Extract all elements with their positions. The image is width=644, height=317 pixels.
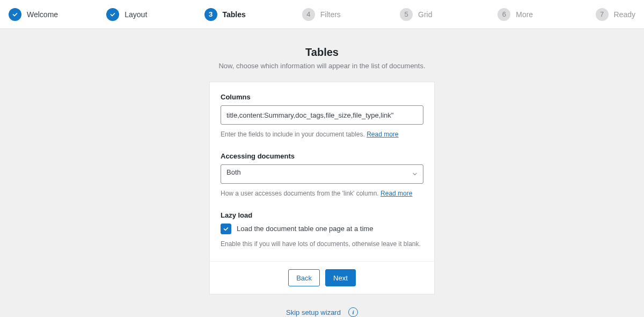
columns-field: Columns Enter the fields to include in y… [221, 93, 423, 139]
info-icon[interactable]: i [348, 307, 358, 317]
step-label: Tables [223, 10, 246, 19]
step-number-icon: 5 [400, 8, 413, 21]
skip-row: Skip setup wizard i [286, 307, 358, 317]
stepper: Welcome Layout 3 Tables 4 Filters 5 Grid… [0, 0, 644, 29]
step-label: Ready [614, 10, 635, 19]
lazy-checkbox-label: Load the document table one page at a ti… [237, 225, 373, 233]
back-button[interactable]: Back [288, 269, 320, 286]
step-filters[interactable]: 4 Filters [302, 8, 400, 21]
main-content: Tables Now, choose which information wil… [0, 29, 644, 317]
lazy-field: Lazy load Load the document table one pa… [221, 211, 423, 249]
page-subtitle: Now, choose which information will appea… [218, 62, 425, 70]
page-title: Tables [305, 46, 339, 59]
lazy-checkbox[interactable] [221, 224, 231, 234]
step-label: Filters [320, 10, 341, 19]
step-number-icon: 7 [596, 8, 609, 21]
step-number-icon: 4 [302, 8, 315, 21]
columns-label: Columns [221, 93, 423, 101]
step-grid[interactable]: 5 Grid [400, 8, 497, 21]
step-label: More [516, 10, 533, 19]
columns-input[interactable] [221, 105, 423, 125]
accessing-field: Accessing documents Both How a user acce… [221, 152, 423, 198]
step-label: Layout [125, 10, 147, 19]
columns-read-more-link[interactable]: Read more [367, 131, 398, 138]
step-tables[interactable]: 3 Tables [204, 8, 302, 21]
checkmark-icon [223, 226, 229, 232]
columns-help: Enter the fields to include in your docu… [221, 130, 423, 139]
lazy-label: Lazy load [221, 211, 423, 219]
settings-card: Columns Enter the fields to include in y… [209, 82, 435, 294]
accessing-read-more-link[interactable]: Read more [380, 190, 412, 197]
lazy-help: Enable this if you will have lots of doc… [221, 240, 423, 249]
accessing-help: How a user accesses documents from the '… [221, 189, 423, 198]
step-number-icon: 6 [497, 8, 510, 21]
accessing-select[interactable]: Both [221, 164, 423, 184]
skip-wizard-link[interactable]: Skip setup wizard [286, 308, 341, 316]
card-footer: Back Next [210, 261, 434, 294]
step-label: Grid [418, 10, 432, 19]
step-ready[interactable]: 7 Ready [596, 8, 635, 21]
checkmark-icon [9, 8, 21, 21]
checkmark-icon [106, 8, 119, 21]
step-layout[interactable]: Layout [106, 8, 204, 21]
next-button[interactable]: Next [325, 269, 356, 286]
accessing-label: Accessing documents [221, 152, 423, 160]
step-label: Welcome [27, 10, 58, 19]
step-number-icon: 3 [204, 8, 217, 21]
step-more[interactable]: 6 More [497, 8, 595, 21]
step-welcome[interactable]: Welcome [9, 8, 106, 21]
